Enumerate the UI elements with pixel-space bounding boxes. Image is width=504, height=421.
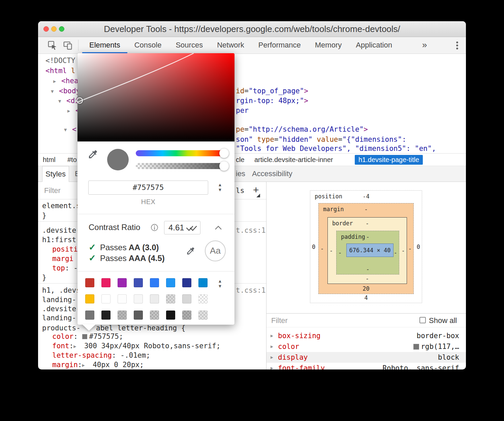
contrast-preview-button[interactable]: Aa (205, 240, 226, 261)
palette-swatch[interactable] (118, 294, 127, 303)
color-picker-popup: #757575 ▲ ▼ HEX Contrast Ratio 4.61 ✓Pas… (77, 53, 234, 325)
info-icon[interactable] (151, 224, 158, 231)
palette-swatch[interactable] (150, 311, 159, 320)
alpha-gradient (136, 163, 225, 169)
computed-property-name: box-sizing (278, 330, 320, 341)
alpha-slider[interactable] (136, 163, 225, 169)
palette-swatch[interactable] (198, 311, 208, 320)
arrow-down-icon[interactable]: ▼ (216, 187, 224, 192)
arrow-up-icon[interactable]: ▲ (216, 182, 224, 187)
popup-tail (82, 324, 96, 331)
arrow-up-icon[interactable]: ▲ (216, 279, 224, 284)
double-check-icon (186, 224, 197, 231)
palette-swatch[interactable] (101, 294, 111, 303)
color-format-toggle[interactable]: ▲ ▼ (216, 182, 224, 192)
hue-knob[interactable] (219, 149, 229, 158)
computed-property-row[interactable]: ▶displayblock (266, 352, 466, 363)
color-saturation-area[interactable] (77, 53, 234, 141)
contrast-eyedropper-icon[interactable] (186, 246, 195, 256)
hue-slider[interactable] (136, 150, 225, 156)
palette-swatch[interactable] (182, 278, 191, 287)
contrast-ratio-value: 4.61 (164, 221, 200, 234)
divider (77, 271, 234, 271)
contrast-line (77, 53, 234, 141)
collapse-contrast-icon[interactable] (214, 224, 223, 232)
contrast-ratio-number: 4.61 (168, 223, 184, 232)
palette-swatch[interactable] (166, 311, 175, 320)
palette-swatch[interactable] (150, 278, 159, 287)
computed-property-name: font-family (278, 363, 325, 369)
color-dragger[interactable] (76, 97, 83, 104)
alpha-knob[interactable] (219, 161, 229, 171)
palette-swatch[interactable] (85, 278, 94, 287)
computed-property-value: rgb(117,… (413, 341, 459, 352)
arrow-down-icon[interactable]: ▼ (216, 284, 224, 289)
aa-check-icon: ✓ (89, 242, 100, 253)
expand-icon[interactable]: ▶ (271, 330, 273, 341)
palette-swatch[interactable] (150, 294, 159, 303)
current-color-swatch (107, 149, 129, 170)
aa-level: AA (3.0) (129, 243, 159, 252)
contrast-aa-result: ✓PassesAA (3.0) (89, 242, 159, 253)
palette-swatch[interactable] (85, 311, 94, 320)
palette-swatch[interactable] (101, 278, 111, 287)
palette-swatch[interactable] (166, 294, 175, 303)
computed-property-row[interactable]: ▶colorrgb(117,… (266, 341, 466, 352)
palette-swatch[interactable] (85, 294, 94, 303)
computed-property-row[interactable]: ▶font-familyRoboto, sans-serif (266, 363, 466, 369)
computed-property-row[interactable]: ▶box-sizingborder-box (266, 330, 466, 341)
palette-swatch[interactable] (182, 294, 191, 303)
devtools-window: Developer Tools - https://developers.goo… (38, 21, 466, 369)
color-swatch (413, 344, 419, 350)
computed-property-value: border-box (417, 330, 459, 341)
computed-property-name: color (278, 341, 299, 352)
palette-swatch[interactable] (134, 278, 143, 287)
eyedropper-icon[interactable] (88, 149, 98, 160)
computed-property-value: Roboto, sans-serif (382, 363, 459, 369)
expand-icon[interactable]: ▶ (271, 352, 273, 363)
hex-format-label: HEX (88, 198, 208, 206)
palette-swatch[interactable] (198, 278, 208, 287)
expand-icon[interactable]: ▶ (271, 341, 273, 352)
expand-icon[interactable]: ▶ (271, 363, 273, 369)
passes-text: Passes (100, 254, 127, 263)
computed-property-value: block (438, 352, 459, 363)
hex-input[interactable]: #757575 (88, 181, 208, 195)
palette-swatch[interactable] (101, 311, 111, 320)
palette-swatch[interactable] (134, 294, 143, 303)
palette-swatch[interactable] (118, 311, 127, 320)
computed-property-name: display (278, 352, 308, 363)
palette-swatch[interactable] (166, 278, 175, 287)
palette-swatch[interactable] (198, 294, 208, 303)
contrast-aaa-result: ✓PassesAAA (4.5) (89, 253, 165, 263)
passes-text: Passes (100, 243, 127, 252)
palette-swatch[interactable] (118, 278, 127, 287)
palette-swatch[interactable] (134, 311, 143, 320)
palette-swatch[interactable] (182, 311, 191, 320)
contrast-ratio-label: Contrast Ratio (89, 223, 140, 232)
palette-toggle[interactable]: ▲ ▼ (216, 279, 224, 289)
divider (77, 214, 234, 214)
aaa-level: AAA (4.5) (129, 254, 165, 263)
aaa-check-icon: ✓ (89, 253, 100, 263)
